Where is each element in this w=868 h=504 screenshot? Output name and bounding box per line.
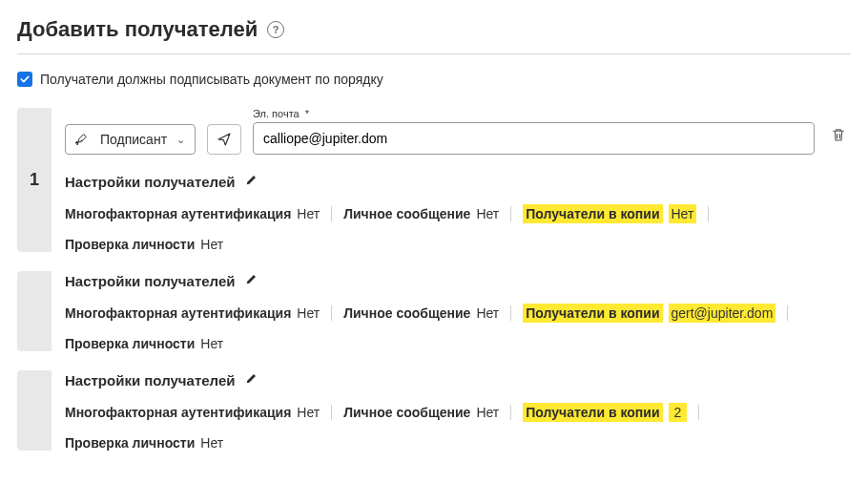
cc-label-highlighted: Получатели в копии: [523, 403, 662, 422]
recipient-settings-title: Настройки получателей: [65, 273, 235, 289]
recipient-order-number: 1: [30, 170, 39, 190]
delivery-method-button[interactable]: [207, 124, 241, 155]
pen-nib-icon: [75, 132, 91, 147]
recipient-block: Настройки получателей Многофакторная аут…: [17, 370, 851, 451]
page-title: Добавить получателей: [17, 17, 258, 42]
edit-settings-button[interactable]: [244, 271, 259, 290]
recipient-settings-title: Настройки получателей: [65, 372, 235, 388]
role-select[interactable]: Подписант ⌄: [65, 124, 196, 155]
cc-label-highlighted: Получатели в копии: [523, 204, 662, 223]
cc-value-highlighted: 2: [669, 403, 688, 422]
role-label: Подписант: [100, 132, 167, 147]
drag-handle[interactable]: [17, 271, 52, 351]
cc-value-highlighted: gert@jupiter.dom: [669, 304, 776, 323]
drag-handle[interactable]: [17, 370, 52, 451]
delete-recipient-button[interactable]: [826, 118, 851, 155]
sign-in-order-label: Получатели должны подписывать документ п…: [40, 72, 383, 87]
pencil-icon: [244, 172, 259, 187]
recipient-block: Настройки получателей Многофакторная аут…: [17, 271, 851, 351]
edit-settings-button[interactable]: [244, 370, 259, 389]
pencil-icon: [244, 370, 259, 386]
recipient-settings-summary: Многофакторная аутентификацияНет Личное …: [65, 304, 851, 351]
recipient-block: 1 Подписант ⌄ Эл. почта * Настройки полу…: [17, 108, 851, 252]
sign-in-order-checkbox[interactable]: [17, 72, 32, 87]
svg-point-0: [81, 139, 83, 141]
email-input[interactable]: [253, 122, 815, 155]
cc-value-highlighted: Нет: [669, 204, 697, 223]
cc-label-highlighted: Получатели в копии: [523, 304, 662, 323]
email-field-label: Эл. почта *: [253, 108, 815, 119]
help-icon[interactable]: ?: [267, 21, 284, 38]
paper-plane-icon: [217, 132, 232, 147]
chevron-down-icon: ⌄: [176, 134, 185, 146]
drag-handle[interactable]: 1: [17, 108, 52, 252]
edit-settings-button[interactable]: [244, 172, 259, 191]
recipient-settings-summary: Многофакторная аутентификацияНет Личное …: [65, 403, 851, 451]
recipient-settings-summary: Многофакторная аутентификацияНет Личное …: [65, 204, 851, 252]
trash-icon: [830, 126, 847, 143]
recipient-settings-title: Настройки получателей: [65, 174, 235, 190]
pencil-icon: [244, 271, 259, 286]
